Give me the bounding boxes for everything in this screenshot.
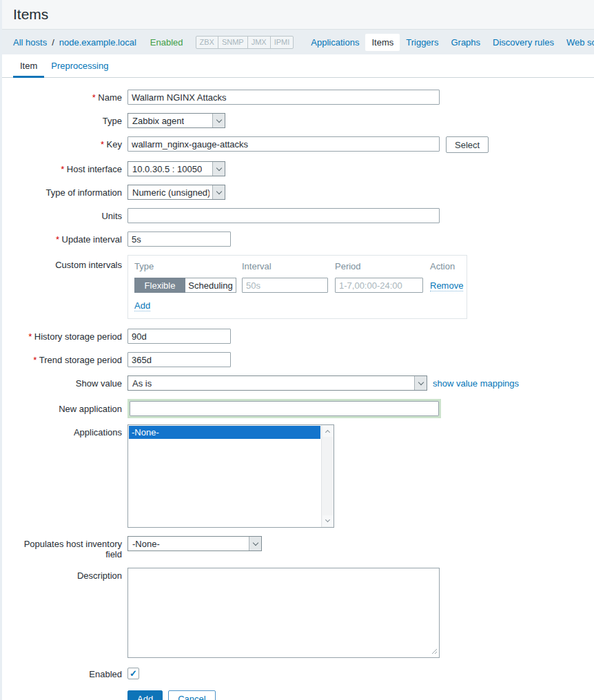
chevron-down-icon — [414, 376, 427, 390]
interval-type-flexible-button[interactable]: Flexible — [134, 278, 185, 293]
description-label: Description — [13, 568, 127, 581]
add-button[interactable]: Add — [127, 690, 163, 700]
history-storage-period-input[interactable] — [127, 329, 231, 344]
scroll-down-icon[interactable] — [322, 515, 333, 526]
remove-interval-link[interactable]: Remove — [430, 280, 463, 291]
update-interval-label: Update interval — [13, 231, 127, 245]
host-status-badge[interactable]: Enabled — [150, 37, 183, 48]
description-textarea-wrap — [127, 568, 440, 658]
new-application-label: New application — [13, 399, 127, 414]
type-label: Type — [13, 113, 127, 126]
host-interface-label: Host interface — [13, 161, 127, 174]
enabled-label: Enabled — [13, 666, 127, 679]
nav-tab-discovery-rules[interactable]: Discovery rules — [487, 34, 560, 51]
host-nav-tabs: Applications Items Triggers Graphs Disco… — [305, 34, 594, 51]
type-of-information-select[interactable]: Numeric (unsigned) — [127, 185, 225, 200]
add-interval-link[interactable]: Add — [134, 300, 150, 311]
name-label: Name — [13, 90, 127, 103]
show-value-select[interactable]: As is — [127, 375, 427, 391]
column-header-period: Period — [335, 261, 430, 271]
breadcrumb-all-hosts[interactable]: All hosts — [13, 37, 47, 48]
key-input[interactable] — [127, 136, 440, 152]
tab-item[interactable]: Item — [13, 54, 44, 77]
update-interval-input[interactable] — [127, 231, 231, 247]
ipmi-badge: IPMI — [270, 36, 294, 49]
applications-listbox[interactable]: -None- — [127, 424, 334, 528]
units-input[interactable] — [127, 208, 440, 223]
chevron-down-icon — [249, 537, 261, 550]
show-value-mappings-link[interactable]: show value mappings — [433, 375, 519, 389]
type-of-information-label: Type of information — [13, 185, 127, 198]
applications-option-none[interactable]: -None- — [129, 426, 320, 439]
nav-tab-triggers[interactable]: Triggers — [400, 34, 444, 51]
interval-type-toggle: Flexible Scheduling — [134, 278, 242, 293]
resize-grip-icon[interactable] — [431, 648, 438, 655]
zbx-badge: ZBX — [196, 36, 218, 49]
units-label: Units — [13, 208, 127, 221]
interface-availability-badges: ZBX SNMP JMX IPMI — [196, 36, 294, 49]
item-form-tabs: Item Preprocessing — [2, 54, 594, 78]
interval-input[interactable] — [242, 278, 328, 293]
host-navigation-bar: All hosts / node.example.local Enabled Z… — [2, 30, 594, 54]
title-bar: Items — [2, 0, 594, 30]
breadcrumb-host[interactable]: node.example.local — [59, 37, 136, 48]
chevron-down-icon — [212, 114, 225, 127]
name-input[interactable] — [127, 90, 440, 105]
nav-tab-graphs[interactable]: Graphs — [444, 34, 487, 51]
page-title: Items — [13, 6, 583, 23]
tab-preprocessing[interactable]: Preprocessing — [44, 54, 115, 77]
history-storage-period-label: History storage period — [13, 329, 127, 342]
chevron-down-icon — [212, 185, 225, 199]
trend-storage-period-input[interactable] — [127, 352, 231, 367]
interval-type-scheduling-button[interactable]: Scheduling — [185, 278, 236, 293]
item-form: Name Type Zabbix agent Key Select Host i… — [2, 78, 594, 700]
show-value-label: Show value — [13, 375, 127, 389]
type-of-information-select-value: Numeric (unsigned) — [132, 187, 209, 198]
trend-storage-period-label: Trend storage period — [13, 352, 127, 365]
custom-intervals-table: Type Interval Period Action Flexible Sch… — [127, 255, 467, 319]
snmp-badge: SNMP — [218, 36, 248, 49]
inventory-field-select-value: -None- — [132, 539, 160, 549]
new-application-highlight — [127, 399, 441, 418]
jmx-badge: JMX — [247, 36, 271, 49]
show-value-select-value: As is — [132, 378, 152, 389]
new-application-input[interactable] — [130, 401, 439, 416]
nav-tab-items[interactable]: Items — [365, 34, 400, 51]
column-header-interval: Interval — [242, 261, 335, 271]
type-select[interactable]: Zabbix agent — [127, 113, 225, 128]
key-label: Key — [13, 136, 127, 150]
description-textarea[interactable] — [127, 568, 440, 658]
inventory-field-select[interactable]: -None- — [127, 536, 262, 551]
inventory-field-label: Populates host inventory field — [13, 536, 127, 559]
type-select-value: Zabbix agent — [132, 116, 184, 126]
enabled-checkbox[interactable]: ✓ — [127, 668, 139, 679]
cancel-button[interactable]: Cancel — [168, 690, 215, 700]
host-interface-select-value: 10.0.30.5 : 10050 — [132, 164, 202, 174]
checkmark-icon: ✓ — [130, 668, 137, 679]
period-input[interactable] — [335, 278, 423, 293]
nav-tab-applications[interactable]: Applications — [305, 34, 365, 51]
applications-label: Applications — [13, 424, 127, 438]
column-header-action: Action — [430, 261, 463, 271]
column-header-type: Type — [134, 261, 242, 271]
scroll-up-icon[interactable] — [322, 426, 333, 437]
listbox-scrollbar[interactable] — [321, 425, 334, 527]
items-page: Items All hosts / node.example.local Ena… — [0, 0, 594, 700]
custom-intervals-label: Custom intervals — [13, 255, 127, 270]
chevron-down-icon — [212, 162, 225, 176]
host-interface-select[interactable]: 10.0.30.5 : 10050 — [127, 161, 225, 176]
breadcrumb-separator: / — [52, 37, 54, 48]
nav-tab-web-scenarios[interactable]: Web scenarios — [560, 34, 594, 51]
key-select-button[interactable]: Select — [446, 136, 489, 153]
